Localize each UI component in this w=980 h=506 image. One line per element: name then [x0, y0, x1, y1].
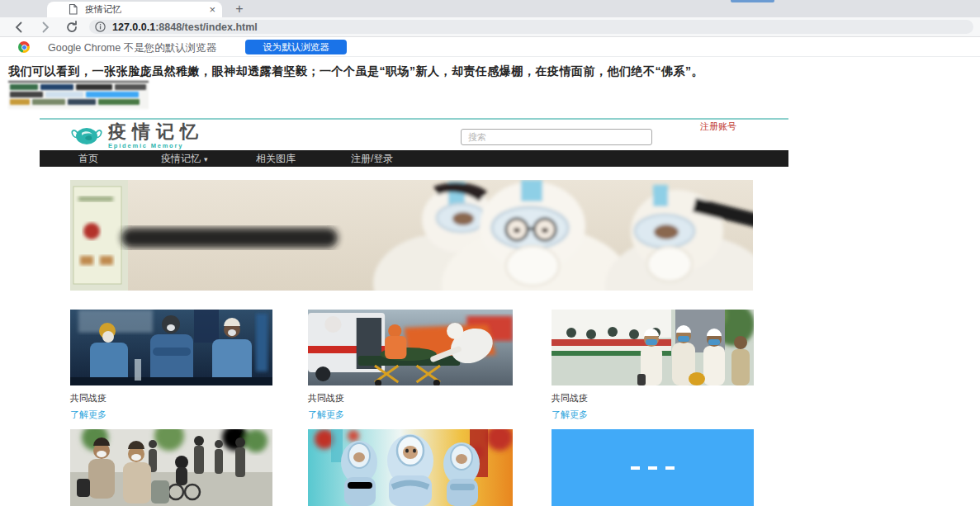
image-loading-placeholder[interactable]: [552, 429, 754, 506]
card: 共同战疫 了解更多: [308, 310, 513, 421]
search-input[interactable]: [461, 129, 652, 145]
page-favicon-icon: [69, 4, 78, 15]
logo-subtitle: Epidemic Memory: [108, 142, 204, 149]
site-info-icon[interactable]: [95, 21, 106, 32]
reload-icon[interactable]: [64, 20, 79, 35]
new-tab-button[interactable]: +: [230, 1, 249, 17]
card-caption: 共同战疫: [70, 392, 272, 404]
tab-title: 疫情记忆: [85, 3, 121, 16]
browser-window: 疫情记忆 × + 127.0.0.1:8848/test/index.html: [0, 0, 980, 506]
blurred-thumbnail: [8, 81, 149, 109]
notification-text: Google Chrome 不是您的默认浏览器: [48, 41, 216, 55]
back-icon[interactable]: [12, 20, 26, 35]
web-page: 我们可以看到，一张张脸庞虽然稚嫩，眼神却透露着坚毅；一个个虽是“职场”新人，却责…: [0, 57, 980, 506]
tab-strip: 疫情记忆 × +: [0, 0, 980, 17]
learn-more-link[interactable]: 了解更多: [308, 409, 344, 421]
nav-item-gallery[interactable]: 相关图库: [256, 150, 296, 167]
card-image-illustration[interactable]: [308, 429, 513, 506]
loading-dash: [631, 466, 640, 470]
card-image-street-crowd[interactable]: [70, 429, 272, 506]
card-image-crowd-tent[interactable]: [552, 310, 754, 385]
site-container: 疫情记忆 Epidemic Memory 注册账号 首页 疫情记忆▾ 相关图库 …: [40, 118, 788, 506]
chrome-logo-icon: [18, 41, 30, 53]
browser-tab[interactable]: 疫情记忆 ×: [47, 2, 222, 17]
register-account-link[interactable]: 注册账号: [700, 121, 736, 133]
intro-paragraph: 我们可以看到，一张张脸庞虽然稚嫩，眼神却透露着坚毅；一个个虽是“职场”新人，却责…: [8, 64, 859, 79]
learn-more-link[interactable]: 了解更多: [70, 409, 107, 421]
mask-logo-icon: [70, 125, 103, 148]
card: 共同战疫 了解更多: [70, 310, 272, 421]
learn-more-link[interactable]: 了解更多: [552, 409, 588, 421]
card-caption: 共同战疫: [308, 392, 513, 404]
url-path: :8848/test/index.html: [155, 21, 258, 33]
chevron-down-icon: ▾: [204, 155, 208, 163]
browser-toolbar: 127.0.0.1:8848/test/index.html: [0, 17, 980, 37]
loading-dash: [648, 466, 657, 470]
main-nav: 首页 疫情记忆▾ 相关图库 注册/登录: [40, 150, 788, 167]
top-blue-line: [731, 0, 774, 2]
url-host: 127.0.0.1: [112, 21, 155, 33]
card: 共同战疫 了解更多: [552, 310, 754, 421]
nav-item-epidemic-memory[interactable]: 疫情记忆▾: [161, 150, 208, 167]
address-bar[interactable]: 127.0.0.1:8848/test/index.html: [89, 20, 973, 34]
logo-title: 疫情记忆: [108, 123, 204, 141]
default-browser-notification: Google Chrome 不是您的默认浏览器 设为默认浏览器: [0, 37, 980, 57]
loading-dash: [665, 466, 675, 470]
card-image-ambulance[interactable]: [308, 310, 513, 385]
forward-icon[interactable]: [38, 20, 53, 35]
hero-banner-image[interactable]: [70, 180, 753, 291]
nav-item-home[interactable]: 首页: [78, 150, 98, 167]
site-header: 疫情记忆 Epidemic Memory 注册账号: [40, 120, 788, 150]
nav-item-login[interactable]: 注册/登录: [351, 150, 393, 167]
set-default-browser-button[interactable]: 设为默认浏览器: [245, 40, 347, 54]
site-logo[interactable]: 疫情记忆 Epidemic Memory: [70, 123, 204, 149]
card-image-icu[interactable]: [70, 310, 272, 385]
tab-close-icon[interactable]: ×: [209, 4, 215, 15]
card-caption: 共同战疫: [552, 392, 754, 404]
